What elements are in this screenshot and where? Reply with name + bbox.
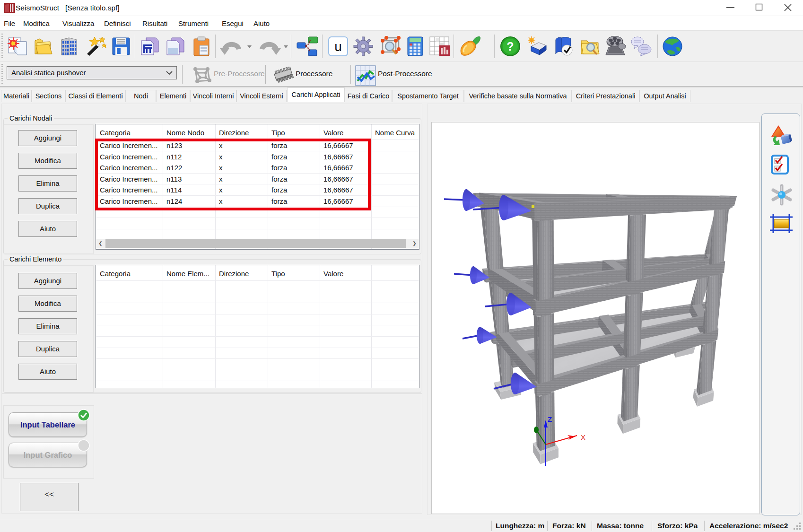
svg-text:u: u [334,39,342,54]
svg-text:?: ? [506,40,514,53]
svg-text:Z: Z [548,415,552,423]
svg-text:X: X [581,433,585,441]
